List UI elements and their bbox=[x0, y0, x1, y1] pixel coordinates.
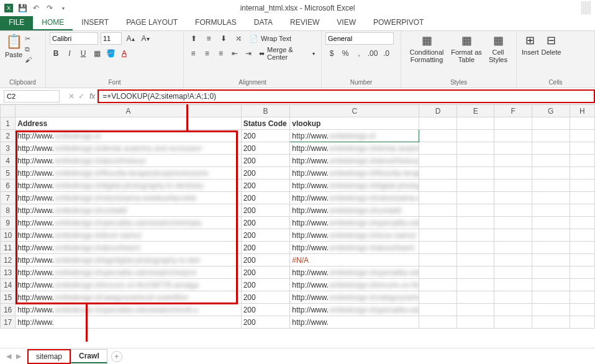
cell[interactable]: vlookup bbox=[290, 117, 419, 130]
cell[interactable]: http://www.smiledesign.it/ bbox=[16, 130, 241, 142]
decrease-font-icon[interactable]: A▾ bbox=[139, 32, 152, 45]
cell[interactable] bbox=[570, 217, 594, 229]
cell[interactable]: 200 bbox=[241, 304, 290, 316]
row-header[interactable]: 9 bbox=[1, 217, 16, 229]
cell[interactable]: 200 bbox=[241, 204, 290, 217]
cell[interactable]: http://www.smiledesign.it/contatti/ bbox=[290, 204, 419, 217]
row-header[interactable]: 7 bbox=[1, 192, 16, 204]
font-color-button[interactable]: A bbox=[118, 47, 130, 60]
conditional-formatting-button[interactable]: ▦Conditional Formatting bbox=[405, 32, 448, 65]
cell[interactable]: 200 bbox=[241, 279, 290, 291]
cell[interactable] bbox=[456, 117, 494, 130]
cell[interactable] bbox=[456, 291, 494, 304]
col-header-C[interactable]: C bbox=[290, 105, 419, 117]
cell[interactable] bbox=[494, 192, 532, 204]
cell[interactable] bbox=[494, 266, 532, 279]
paste-button[interactable]: 📋Paste bbox=[4, 32, 24, 63]
tab-pagelayout[interactable]: PAGE LAYOUT bbox=[117, 16, 186, 30]
cell[interactable] bbox=[456, 279, 494, 291]
cell[interactable] bbox=[456, 180, 494, 192]
row-header[interactable]: 4 bbox=[1, 155, 16, 167]
cell[interactable] bbox=[532, 180, 570, 192]
number-format-select[interactable] bbox=[325, 32, 394, 45]
indent-inc-icon[interactable]: ⇥ bbox=[243, 47, 254, 60]
cell[interactable] bbox=[494, 316, 532, 329]
cell[interactable] bbox=[456, 266, 494, 279]
cell[interactable]: http://www.smiledesign.it/tag/digital-ph… bbox=[16, 254, 241, 266]
cell-styles-button[interactable]: ▦Cell Styles bbox=[484, 32, 512, 65]
bold-button[interactable]: B bbox=[50, 47, 62, 60]
row-header[interactable]: 12 bbox=[1, 254, 16, 266]
underline-button[interactable]: U bbox=[77, 47, 89, 60]
cell[interactable]: http://www.smiledesign.it/digital-photog… bbox=[16, 180, 241, 192]
cell[interactable]: 200 bbox=[241, 266, 290, 279]
align-left-icon[interactable]: ≡ bbox=[188, 47, 199, 60]
col-header-H[interactable]: H bbox=[570, 105, 594, 117]
excel-icon[interactable]: X bbox=[4, 3, 14, 13]
cell[interactable] bbox=[570, 254, 594, 266]
cell[interactable] bbox=[456, 167, 494, 180]
cell[interactable] bbox=[494, 304, 532, 316]
cell[interactable]: http://www.smiledesign.it/dental anatomy… bbox=[16, 142, 241, 155]
tab-formulas[interactable]: FORMULAS bbox=[186, 16, 245, 30]
name-box[interactable] bbox=[4, 90, 60, 102]
cell[interactable] bbox=[570, 117, 594, 130]
cell[interactable] bbox=[532, 229, 570, 242]
cell[interactable] bbox=[494, 279, 532, 291]
insert-cells-button[interactable]: ⊞Insert bbox=[520, 32, 540, 57]
cell[interactable] bbox=[456, 304, 494, 316]
cell[interactable] bbox=[532, 217, 570, 229]
cell[interactable]: http://www. bbox=[290, 316, 419, 329]
row-header[interactable]: 6 bbox=[1, 180, 16, 192]
cell[interactable] bbox=[570, 242, 594, 254]
cell[interactable]: http://www.smiledesign.it/encore-un-fis/… bbox=[16, 279, 241, 291]
cell[interactable] bbox=[532, 204, 570, 217]
cell[interactable] bbox=[419, 291, 457, 304]
row-header[interactable]: 15 bbox=[1, 291, 16, 304]
save-icon[interactable]: 💾 bbox=[17, 3, 27, 13]
row-header[interactable]: 13 bbox=[1, 266, 16, 279]
cell[interactable] bbox=[419, 279, 457, 291]
cell[interactable] bbox=[456, 142, 494, 155]
tab-file[interactable]: FILE bbox=[0, 16, 33, 30]
cell[interactable]: http://www.smiledesign.it/about/team/ bbox=[16, 242, 241, 254]
cell[interactable]: http://www.smiledesign.it/odontoiatria-e… bbox=[290, 192, 419, 204]
cell[interactable] bbox=[494, 130, 532, 142]
row-header[interactable]: 14 bbox=[1, 279, 16, 291]
cell[interactable] bbox=[456, 192, 494, 204]
cell[interactable]: 200 bbox=[241, 142, 290, 155]
decrease-decimal-icon[interactable]: .0 bbox=[380, 47, 393, 60]
cell[interactable] bbox=[419, 167, 457, 180]
sheet-nav-next-icon[interactable]: ▶ bbox=[16, 352, 21, 360]
cell[interactable]: http://www.smiledesign.it/ bbox=[290, 130, 419, 142]
col-header-A[interactable]: A bbox=[16, 105, 241, 117]
fx-icon[interactable]: fx bbox=[89, 92, 95, 101]
cell[interactable] bbox=[494, 254, 532, 266]
cell[interactable] bbox=[532, 291, 570, 304]
cell[interactable] bbox=[532, 192, 570, 204]
cell[interactable] bbox=[532, 242, 570, 254]
cell[interactable] bbox=[494, 242, 532, 254]
cell[interactable]: 200 bbox=[241, 130, 290, 142]
cell[interactable]: 200 bbox=[241, 316, 290, 329]
indent-dec-icon[interactable]: ⇤ bbox=[229, 47, 240, 60]
tab-powerpivot[interactable]: POWERPIVOT bbox=[365, 16, 432, 30]
cell[interactable]: #N/A bbox=[290, 254, 419, 266]
cell[interactable] bbox=[494, 167, 532, 180]
cell[interactable] bbox=[494, 180, 532, 192]
col-header-E[interactable]: E bbox=[456, 105, 494, 117]
cell[interactable] bbox=[419, 242, 457, 254]
row-header[interactable]: 10 bbox=[1, 229, 16, 242]
cell[interactable]: http://www.smiledesign.it/odontoiatria-e… bbox=[16, 192, 241, 204]
row-header[interactable]: 8 bbox=[1, 204, 16, 217]
align-middle-icon[interactable]: ≡ bbox=[202, 32, 215, 45]
merge-center-button[interactable]: ⬌Merge & Center▾ bbox=[257, 47, 317, 60]
sheet-tab-sitemap[interactable]: sitemap bbox=[27, 349, 71, 364]
font-name-select[interactable] bbox=[50, 32, 98, 45]
format-as-table-button[interactable]: ▦Format as Table bbox=[448, 32, 484, 65]
cell[interactable] bbox=[570, 167, 594, 180]
cell[interactable] bbox=[419, 217, 457, 229]
cell[interactable] bbox=[494, 291, 532, 304]
cell[interactable]: 200 bbox=[241, 192, 290, 204]
cell[interactable] bbox=[494, 217, 532, 229]
